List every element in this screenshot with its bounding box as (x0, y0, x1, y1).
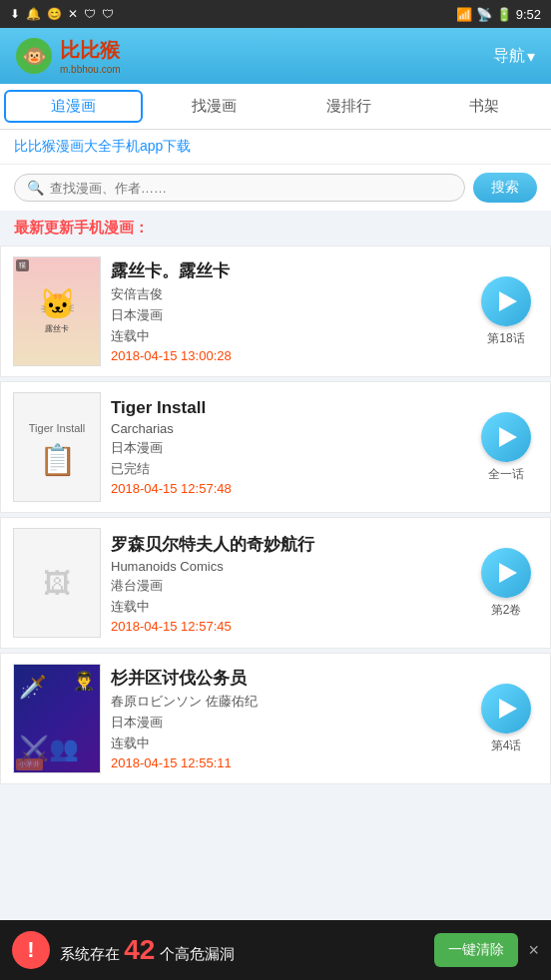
ad-clean-button[interactable]: 一键清除 (434, 933, 518, 967)
app-subtitle: m.bbhou.com (60, 64, 121, 75)
tab-track-manga[interactable]: 追漫画 (4, 90, 143, 123)
comic-status-2: 已完结 (111, 460, 464, 478)
comic-thumb-3: 🖼 (13, 528, 101, 638)
comic-date-4: 2018-04-15 12:55:11 (111, 755, 464, 770)
search-bar: 🔍 搜索 (0, 165, 551, 211)
comic-play-3: 第2卷 (474, 548, 538, 619)
comic-status-4: 连载中 (111, 735, 464, 752)
shield2-icon: 🛡 (102, 7, 114, 21)
play-button-2[interactable] (481, 412, 531, 462)
section-title-accent: 最新更新 (14, 219, 74, 236)
ad-text-prefix: 系统存在 (60, 945, 120, 962)
placeholder-icon: 🖼 (43, 567, 71, 600)
play-label-4: 第4话 (491, 737, 522, 754)
comic-status-3: 连载中 (111, 598, 464, 616)
search-icon: 🔍 (27, 180, 44, 196)
tab-ranking[interactable]: 漫排行 (281, 84, 416, 129)
comic-type-4: 日本漫画 (111, 714, 464, 732)
cover-badge-1: 猫 (16, 259, 29, 271)
comic-author-4: 春原ロビンソン 佐藤佑纪 (111, 693, 464, 711)
comic-title-1: 露丝卡。露丝卡 (111, 259, 464, 282)
comic-thumb-4: 小茅井 ⚔️👥 🗡️ 👨‍✈️ (13, 664, 101, 773)
play-button-3[interactable] (481, 548, 531, 598)
ad-threat-number: 42 (124, 934, 155, 965)
logo-icon: 🐵 (16, 38, 52, 74)
time-display: 9:52 (516, 7, 541, 22)
tab-bookshelf[interactable]: 书架 (416, 84, 551, 129)
comic-type-3: 港台漫画 (111, 577, 464, 595)
comic-title-2: Tiger Install (111, 398, 464, 418)
comic-date-3: 2018-04-15 12:57:45 (111, 619, 464, 634)
section-title-text: 最新更新手机漫画： (14, 219, 149, 236)
app-title: 比比猴 (60, 37, 121, 64)
tab-find-manga[interactable]: 找漫画 (147, 84, 281, 129)
list-item: 小茅井 ⚔️👥 🗡️ 👨‍✈️ 杉并区讨伐公务员 春原ロビンソン 佐藤佑纪 日本… (0, 653, 551, 784)
logo-text-area: 比比猴 m.bbhou.com (60, 37, 121, 75)
ad-close-button[interactable]: × (528, 940, 539, 961)
nav-button[interactable]: 导航 ▾ (493, 46, 535, 67)
download-banner[interactable]: 比比猴漫画大全手机app下载 (0, 130, 551, 165)
comic-type-1: 日本漫画 (111, 306, 464, 324)
play-triangle-icon (499, 563, 517, 583)
section-title: 最新更新手机漫画： (0, 211, 551, 245)
comic-author-3: Humanoids Comics (111, 559, 464, 574)
play-button-4[interactable] (481, 684, 531, 734)
play-button-1[interactable] (481, 276, 531, 326)
status-bar-left: ⬇ 🔔 😊 ✕ 🛡 🛡 (10, 7, 114, 21)
close-icon: ✕ (68, 7, 78, 21)
play-label-3: 第2卷 (491, 602, 522, 619)
comic-info-2: Tiger Install Carcharias 日本漫画 已完结 2018-0… (111, 398, 464, 496)
nav-arrow-icon: ▾ (527, 47, 535, 66)
search-input-wrap[interactable]: 🔍 (14, 174, 465, 202)
battery-icon: 🔋 (496, 7, 512, 22)
comic-author-2: Carcharias (111, 421, 464, 436)
tab-track-label: 追漫画 (51, 97, 96, 116)
nav-label: 导航 (493, 46, 525, 67)
search-button[interactable]: 搜索 (473, 173, 537, 203)
play-label-1: 第18话 (487, 330, 524, 347)
list-item: Tiger Install 📋 Tiger Install Carcharias… (0, 381, 551, 513)
cover4-warrior: 🗡️ (19, 675, 46, 701)
comic-status-1: 连载中 (111, 327, 464, 345)
tab-bar: 追漫画 找漫画 漫排行 书架 (0, 84, 551, 130)
warning-exclamation: ! (27, 937, 34, 963)
comic-date-1: 2018-04-15 13:00:28 (111, 348, 464, 363)
signal-icon: 📡 (476, 7, 492, 22)
wifi-icon: 📶 (456, 7, 472, 22)
monkey-icon: 🐵 (22, 44, 47, 68)
smiley-icon: 😊 (47, 7, 62, 21)
search-input[interactable] (50, 181, 452, 196)
comic-thumb-2: Tiger Install 📋 (13, 392, 101, 502)
list-item: 🖼 罗森贝尔特夫人的奇妙航行 Humanoids Comics 港台漫画 连载中… (0, 517, 551, 649)
shield-icon: 🛡 (84, 7, 96, 21)
ad-text-suffix: 个高危漏洞 (160, 945, 235, 962)
cover1-text: 露丝卡 (43, 321, 71, 336)
comic-play-1: 第18话 (474, 276, 538, 347)
comic-thumb-1: 猫 🐱 露丝卡 (13, 256, 101, 366)
comic-list: 猫 🐱 露丝卡 露丝卡。露丝卡 安倍吉俊 日本漫画 连载中 2018-04-15… (0, 245, 551, 788)
download-text: 比比猴漫画大全手机app下载 (14, 138, 191, 154)
ad-warning-icon: ! (12, 931, 50, 969)
ad-text: 系统存在 42 个高危漏洞 (60, 934, 424, 966)
status-bar: ⬇ 🔔 😊 ✕ 🛡 🛡 📶 📡 🔋 9:52 (0, 0, 551, 28)
comic-type-2: 日本漫画 (111, 439, 464, 457)
tab-ranking-label: 漫排行 (326, 97, 371, 116)
comic-author-1: 安倍吉俊 (111, 285, 464, 303)
app-header: 🐵 比比猴 m.bbhou.com 导航 ▾ (0, 28, 551, 84)
tab-bookshelf-label: 书架 (469, 97, 499, 116)
tab-find-label: 找漫画 (192, 97, 237, 116)
comic-info-1: 露丝卡。露丝卡 安倍吉俊 日本漫画 连载中 2018-04-15 13:00:2… (111, 259, 464, 363)
notification-icon: 🔔 (26, 7, 41, 21)
comic-info-4: 杉并区讨伐公务员 春原ロビンソン 佐藤佑纪 日本漫画 连载中 2018-04-1… (111, 667, 464, 770)
play-label-2: 全一话 (488, 466, 524, 483)
tiger-thumb-text: Tiger Install (25, 418, 89, 438)
cover1-char: 🐱 (39, 286, 76, 321)
play-triangle-icon (499, 291, 517, 311)
list-item: 猫 🐱 露丝卡 露丝卡。露丝卡 安倍吉俊 日本漫画 连载中 2018-04-15… (0, 245, 551, 377)
status-bar-right: 📶 📡 🔋 9:52 (456, 7, 541, 22)
comic-title-3: 罗森贝尔特夫人的奇妙航行 (111, 533, 464, 556)
comic-play-4: 第4话 (474, 684, 538, 754)
ad-banner: ! 系统存在 42 个高危漏洞 一键清除 × (0, 920, 551, 980)
download-icon: ⬇ (10, 7, 20, 21)
cover4-person: 👨‍✈️ (73, 670, 95, 692)
